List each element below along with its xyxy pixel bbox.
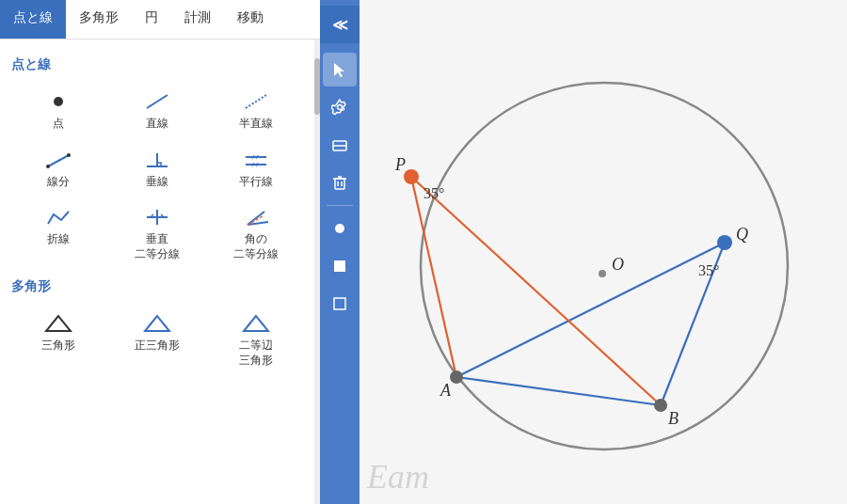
tab-polygons[interactable]: 多角形	[66, 0, 132, 39]
svg-text:Q: Q	[736, 225, 748, 244]
svg-line-28	[248, 323, 250, 325]
tool-segment[interactable]: 線分	[11, 141, 104, 196]
svg-line-48	[411, 177, 456, 377]
segment-icon	[41, 147, 75, 173]
toolbar-divider-1	[327, 205, 353, 206]
svg-text:B: B	[668, 409, 679, 428]
tool-perpendicular[interactable]: 垂線	[110, 141, 203, 196]
tab-points-lines[interactable]: 点と線	[0, 0, 66, 39]
svg-line-47	[456, 377, 661, 405]
tool-isosceles[interactable]: 二等辺 三角形	[210, 305, 303, 373]
scrollbar[interactable]	[314, 39, 320, 504]
angle-bisect-icon	[239, 204, 273, 230]
empty-square-button[interactable]	[323, 287, 357, 321]
svg-marker-27	[244, 316, 268, 331]
middle-toolbar: ≪	[320, 0, 360, 504]
svg-rect-8	[157, 163, 161, 166]
parallel-icon	[239, 147, 273, 173]
svg-line-49	[411, 177, 661, 405]
tool-grid-points: 点 直線 半直線	[11, 83, 303, 267]
svg-line-2	[246, 95, 266, 108]
svg-line-3	[48, 155, 69, 166]
tool-equilateral-label: 正三角形	[135, 339, 180, 354]
tool-line-label: 直線	[146, 117, 168, 132]
canvas-area[interactable]: O P 35° Q 35° A B Eam	[360, 0, 847, 504]
tool-dot-label: 点	[53, 117, 64, 132]
tool-dot[interactable]: 点	[11, 83, 104, 137]
dot-icon	[41, 88, 75, 115]
tool-parallel[interactable]: 平行線	[210, 141, 303, 196]
top-tabs: 点と線 多角形 円 計測 移動	[0, 0, 320, 39]
tool-equilateral[interactable]: 正三角形	[110, 305, 203, 373]
tab-move[interactable]: 移動	[224, 0, 277, 39]
svg-point-5	[67, 153, 71, 157]
tool-polyline-label: 折線	[47, 232, 70, 247]
svg-point-31	[338, 105, 343, 110]
tool-segment-label: 線分	[47, 175, 70, 190]
svg-rect-41	[334, 298, 345, 309]
watermark: Eam	[367, 457, 429, 496]
tool-angle-bisect-label: 角の 二等分線	[233, 232, 279, 261]
tool-parallel-label: 平行線	[239, 175, 273, 190]
svg-point-50	[404, 169, 419, 184]
svg-point-56	[450, 370, 463, 384]
svg-text:35°: 35°	[698, 262, 719, 278]
svg-line-1	[147, 95, 168, 108]
trash-button[interactable]	[323, 165, 357, 199]
svg-rect-40	[334, 260, 345, 272]
perpendicular-icon	[140, 147, 174, 173]
section-title-points: 点と線	[11, 56, 303, 73]
ray-icon	[239, 88, 273, 115]
tab-circle[interactable]: 円	[132, 0, 171, 39]
tool-perp-bisect[interactable]: 垂直 二等分線	[110, 198, 203, 267]
triangle-icon	[41, 310, 75, 337]
isosceles-icon	[239, 310, 273, 337]
svg-line-24	[149, 323, 152, 326]
tool-perp-label: 垂線	[146, 175, 168, 190]
filled-square-button[interactable]	[323, 249, 357, 283]
svg-point-39	[335, 224, 344, 233]
tool-ray[interactable]: 半直線	[210, 83, 303, 137]
tab-measure[interactable]: 計測	[171, 0, 224, 39]
tool-triangle[interactable]: 三角形	[11, 305, 104, 373]
svg-marker-23	[145, 316, 169, 331]
tool-triangle-label: 三角形	[41, 339, 75, 354]
cursor-button[interactable]	[323, 53, 357, 87]
section-title-polygon: 多角形	[11, 278, 303, 295]
tool-isosceles-label: 二等辺 三角形	[239, 339, 273, 368]
tool-grid-polygons: 三角形 正三角形	[11, 305, 303, 373]
geometry-canvas: O P 35° Q 35° A B	[360, 22, 847, 482]
collapse-button[interactable]: ≪	[320, 6, 360, 43]
panel-content: 点と線 点 直線	[0, 39, 314, 504]
point-button[interactable]	[323, 212, 357, 245]
equilateral-icon	[140, 310, 174, 337]
perp-bisect-icon	[140, 204, 174, 230]
scrollbar-thumb[interactable]	[314, 58, 320, 115]
tool-perp-bisect-label: 垂直 二等分線	[135, 232, 180, 261]
svg-line-29	[262, 323, 264, 325]
svg-rect-34	[335, 179, 344, 189]
tool-angle-bisect[interactable]: 角の 二等分線	[210, 198, 303, 267]
svg-text:P: P	[394, 155, 406, 174]
svg-line-25	[163, 323, 166, 326]
svg-text:O: O	[612, 255, 624, 274]
polyline-icon	[41, 204, 75, 230]
svg-point-0	[54, 97, 63, 106]
eraser-button[interactable]	[323, 128, 357, 162]
line-icon	[140, 88, 174, 115]
svg-point-4	[46, 165, 50, 168]
svg-point-53	[717, 235, 732, 250]
svg-point-58	[654, 399, 667, 412]
tool-line[interactable]: 直線	[110, 83, 203, 137]
svg-line-45	[456, 243, 725, 377]
svg-text:35°: 35°	[424, 185, 444, 201]
left-panel: 点と線 多角形 円 計測 移動 点と線 点	[0, 0, 320, 504]
tool-polyline[interactable]: 折線	[11, 198, 104, 267]
svg-point-42	[421, 83, 788, 449]
tool-ray-label: 半直線	[239, 117, 273, 132]
svg-text:A: A	[439, 381, 452, 400]
settings-button[interactable]	[323, 90, 357, 124]
svg-marker-30	[334, 63, 344, 77]
svg-point-43	[599, 270, 606, 277]
svg-marker-22	[46, 316, 71, 331]
